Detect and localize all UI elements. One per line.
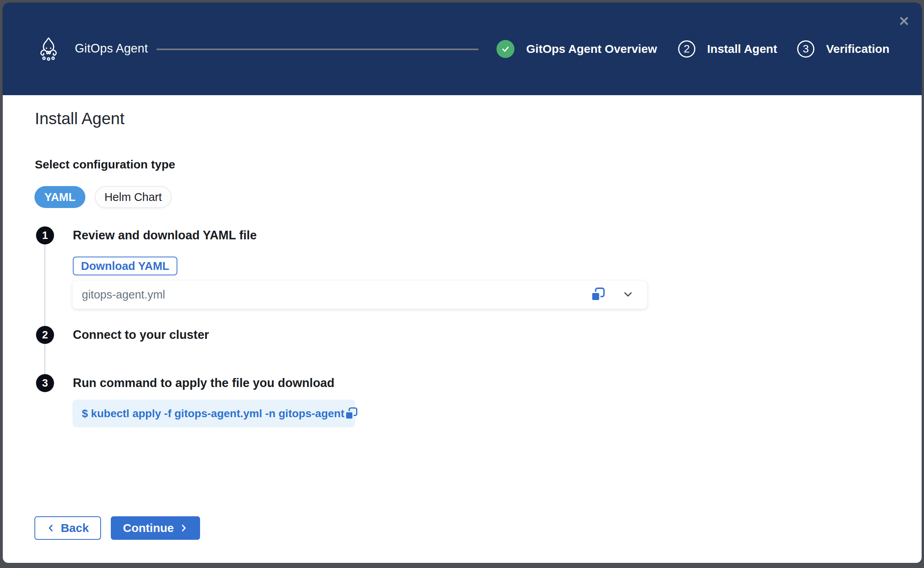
continue-button[interactable]: Continue (111, 516, 200, 540)
download-yaml-button[interactable]: Download YAML (73, 257, 177, 275)
kubectl-command-snippet: $ kubectl apply -f gitops-agent.yml -n g… (72, 400, 355, 427)
back-button[interactable]: Back (34, 516, 101, 540)
step-number-badge: 2 (678, 40, 695, 58)
config-type-label: Select configuration type (35, 158, 175, 171)
chevron-left-icon (47, 524, 55, 532)
step-label: Install Agent (707, 42, 777, 56)
gitops-agent-wizard-screen: GitOps Agent GitOps Agent Overview 2 Ins… (0, 0, 924, 568)
step-2-title: Connect to your cluster (73, 328, 209, 342)
yaml-file-name: gitops-agent.yml (82, 288, 590, 301)
step-number-badge: 3 (797, 40, 814, 58)
close-icon[interactable]: ✕ (895, 12, 913, 30)
back-button-label: Back (61, 521, 89, 535)
check-icon (496, 40, 514, 58)
install-agent-modal: GitOps Agent GitOps Agent Overview 2 Ins… (3, 3, 922, 563)
wizard-step-overview[interactable]: GitOps Agent Overview (496, 40, 657, 58)
copy-icon[interactable] (590, 287, 606, 302)
continue-button-label: Continue (123, 521, 174, 535)
chevron-right-icon (179, 524, 188, 532)
step-label: Verification (826, 42, 890, 56)
config-option-helm-chart[interactable]: Helm Chart (95, 186, 171, 208)
yaml-file-row[interactable]: gitops-agent.yml (72, 280, 647, 309)
brand: GitOps Agent (37, 36, 148, 62)
stepper-connector-line (157, 49, 478, 50)
wizard-step-install-agent[interactable]: 2 Install Agent (678, 40, 777, 58)
chevron-down-icon[interactable] (622, 289, 634, 300)
step-2-badge: 2 (36, 326, 54, 344)
page-title: Install Agent (35, 109, 125, 128)
step-3-title: Run command to apply the file you downlo… (73, 376, 334, 390)
step-1-badge: 1 (36, 226, 54, 244)
wizard-step-verification[interactable]: 3 Verification (797, 40, 890, 58)
command-text: $ kubectl apply -f gitops-agent.yml -n g… (82, 407, 344, 420)
wizard-header: GitOps Agent GitOps Agent Overview 2 Ins… (3, 3, 922, 95)
steps-connector-line (44, 238, 45, 375)
step-3-badge: 3 (36, 374, 54, 392)
step-1-title: Review and download YAML file (73, 228, 257, 242)
gitops-agent-logo-icon (37, 36, 60, 61)
config-option-yaml[interactable]: YAML (34, 186, 85, 208)
step-label: GitOps Agent Overview (526, 42, 657, 56)
copy-icon[interactable] (344, 407, 358, 421)
brand-label: GitOps Agent (75, 42, 148, 56)
